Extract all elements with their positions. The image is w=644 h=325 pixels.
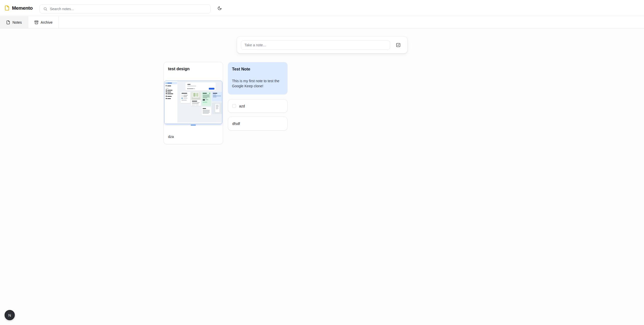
theme-toggle-button[interactable] xyxy=(215,3,224,13)
note-card-test-note[interactable]: Test Note This is my first note to test … xyxy=(228,62,287,94)
note-title: Test Note xyxy=(232,66,283,72)
note-image-thumbnail xyxy=(164,80,223,125)
user-avatar[interactable]: N xyxy=(5,310,15,320)
search-input[interactable] xyxy=(50,7,207,11)
checklist-checkbox[interactable] xyxy=(232,104,236,108)
thumbnail-bottom-strip xyxy=(165,122,222,124)
note-card-test-design[interactable]: test design xyxy=(163,62,223,144)
thumbnail-card-blue xyxy=(212,92,222,101)
note-card-dfsdf[interactable]: dfsdf xyxy=(228,117,287,131)
thumbnail-composer xyxy=(185,82,216,91)
search-icon xyxy=(43,7,47,11)
app-brand: Memento xyxy=(4,0,33,16)
note-composer xyxy=(237,36,407,53)
thumbnail-card-green xyxy=(202,92,211,106)
tab-notes[interactable]: Notes xyxy=(0,16,28,28)
image-scrollbar-thumb[interactable] xyxy=(191,125,196,125)
note-body: dfsdf xyxy=(232,121,240,126)
note-title: test design xyxy=(168,66,189,72)
thumbnail-card-list xyxy=(181,92,190,103)
archive-icon xyxy=(34,20,38,24)
tab-archive-label: Archive xyxy=(41,20,53,24)
checklist-item-label: azd xyxy=(239,104,245,108)
search-bar xyxy=(39,4,211,13)
thumbnail-card-photo xyxy=(191,92,201,106)
tab-archive[interactable]: Archive xyxy=(28,16,59,28)
take-a-note-input[interactable] xyxy=(241,40,390,50)
avatar-initial: N xyxy=(8,313,11,317)
thumbnail-app-window xyxy=(164,81,222,124)
logo-note-file-icon xyxy=(4,5,10,11)
app-header: Memento xyxy=(0,0,644,16)
app-title: Memento xyxy=(12,5,33,11)
moon-icon xyxy=(217,6,222,10)
note-footer-text: dza xyxy=(168,135,174,139)
tab-notes-label: Notes xyxy=(12,20,22,24)
square-check-icon xyxy=(396,43,401,47)
thumbnail-card-gray xyxy=(212,103,222,114)
new-checklist-button[interactable] xyxy=(393,40,403,50)
thumbnail-card-text xyxy=(202,107,211,116)
thumbnail-sidebar xyxy=(165,81,178,124)
tab-bar: Notes Archive xyxy=(0,16,644,29)
note-card-azd[interactable]: azd xyxy=(228,99,287,113)
note-body: This is my first note to test the Google… xyxy=(232,78,283,89)
file-icon xyxy=(6,20,10,24)
